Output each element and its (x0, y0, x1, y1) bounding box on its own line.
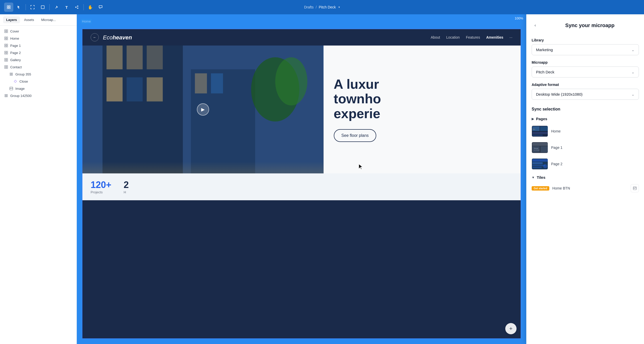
svg-point-37 (10, 87, 11, 88)
svg-rect-19 (6, 46, 8, 47)
nav-about[interactable]: About (431, 35, 440, 39)
breadcrumb-current[interactable]: Pitch Deck (319, 5, 336, 9)
breadcrumb-chevron[interactable]: ▾ (338, 5, 340, 9)
panel-body: ‹ Sync your microapp Library Marketing ⌄… (527, 16, 644, 344)
adaptive-format-dropdown[interactable]: Desktop Wide (1920x1080) ⌄ (532, 89, 639, 100)
nav-more[interactable]: ··· (509, 35, 512, 39)
site-logo: Ecoheaven (103, 34, 132, 41)
layer-page1[interactable]: Page 1 (0, 42, 77, 49)
library-value-text: Marketing (536, 48, 553, 52)
layer-gallery-label: Gallery (10, 58, 21, 62)
svg-rect-52 (211, 73, 223, 93)
pages-collapsible-header[interactable]: ▶ Pages (532, 115, 639, 123)
canvas-frame-label: Home (81, 19, 92, 24)
svg-rect-66 (540, 126, 548, 131)
layer-contact[interactable]: Contact (0, 63, 77, 71)
library-dropdown[interactable]: Marketing ⌄ (532, 44, 639, 55)
layer-group142500[interactable]: Group 142500 (0, 92, 77, 99)
svg-rect-40 (5, 96, 6, 97)
shape-tool-btn[interactable] (38, 3, 47, 12)
layer-close-label: Close (19, 80, 28, 83)
pen-tool-btn[interactable] (52, 3, 61, 12)
tab-layers[interactable]: Layers (3, 16, 20, 23)
layer-gallery[interactable]: Gallery (0, 56, 77, 63)
move-tool-btn[interactable] (14, 3, 24, 12)
svg-rect-13 (6, 37, 8, 38)
svg-rect-10 (5, 31, 6, 33)
layer-icon-cover (4, 29, 8, 33)
adaptive-format-label: Adaptive format (532, 83, 639, 87)
hero-title: A luxur townho experie (334, 77, 510, 121)
stat-projects: 120+ Projects (91, 180, 111, 194)
microapp-dropdown-value[interactable]: Pitch Deck ⌄ (532, 66, 639, 77)
back-button[interactable]: ‹ (532, 22, 539, 29)
toolbar-divider-2 (49, 4, 50, 10)
nav-location[interactable]: Location (446, 35, 460, 39)
tab-assets[interactable]: Assets (21, 16, 37, 23)
svg-rect-73 (541, 146, 548, 152)
tile-home-btn[interactable]: Get started Home BTN (532, 182, 639, 195)
page-thumb-page2 (532, 158, 548, 170)
hero-content: A luxur townho experie See floor plans (324, 46, 521, 173)
page-item-page2[interactable]: Page 2 (532, 156, 639, 172)
layer-home[interactable]: Home (0, 35, 77, 42)
hero-title-line2: townho (334, 92, 510, 106)
nav-features[interactable]: Features (466, 35, 480, 39)
tab-microapp[interactable]: Microap... (38, 16, 59, 23)
layer-page2[interactable]: Page 2 (0, 49, 77, 56)
library-dropdown-value[interactable]: Marketing ⌄ (532, 44, 639, 55)
layer-icon-gallery (4, 58, 8, 62)
play-button[interactable]: ▶ (197, 103, 209, 116)
tiles-collapsible-header[interactable]: ▼ Tiles (532, 173, 639, 182)
microapp-dropdown[interactable]: Pitch Deck ⌄ (532, 66, 639, 77)
svg-rect-31 (6, 67, 8, 69)
layer-page1-label: Page 1 (10, 44, 21, 48)
page-item-page1[interactable]: Elevate your lifestyle Page 1 (532, 139, 639, 156)
layer-icon-image (9, 86, 13, 91)
stat-projects-number: 120+ (91, 180, 111, 190)
svg-rect-67 (532, 132, 548, 134)
layer-group355[interactable]: Group 355 (0, 71, 77, 78)
layer-icon-group355 (9, 72, 13, 76)
panel-title: Sync your microapp (541, 23, 639, 28)
layer-icon-group142500 (4, 94, 8, 98)
comment-tool-btn[interactable] (96, 3, 105, 12)
add-button[interactable]: + (505, 323, 517, 334)
select-tool-btn[interactable] (4, 3, 13, 12)
hero-cta-label: See floor plans (341, 133, 369, 138)
nav-amenities[interactable]: Amenities (486, 35, 503, 39)
toolbar-tools-left: T ✋ (4, 3, 105, 12)
nav-back-btn[interactable]: ← (91, 33, 99, 41)
layer-cover[interactable]: Cover (0, 28, 77, 35)
svg-rect-7 (77, 8, 78, 9)
breadcrumb-drafts[interactable]: Drafts (304, 5, 314, 9)
hero-cta-button[interactable]: See floor plans (334, 129, 377, 142)
hand-tool-btn[interactable]: ✋ (86, 3, 95, 12)
layer-contact-label: Contact (10, 65, 22, 69)
svg-rect-5 (75, 7, 77, 8)
canvas-label-text: Home (82, 19, 91, 23)
page-thumb-page1: Elevate your lifestyle (532, 142, 548, 153)
stat-2-number: 2 (124, 180, 129, 190)
breadcrumb-separator: / (316, 5, 317, 9)
canvas-area[interactable]: Home 100% ← Ecoheaven About Location Fea… (77, 14, 526, 344)
layer-icon-close (13, 79, 17, 83)
hero-title-line3: experie (334, 106, 510, 121)
hero-section: ▶ A luxur townho experie See floor plans (82, 46, 521, 173)
tile-image-icon-btn[interactable] (631, 184, 639, 192)
layer-image[interactable]: Image (0, 85, 77, 92)
svg-point-54 (275, 57, 307, 105)
svg-rect-41 (6, 96, 7, 97)
layer-close[interactable]: Close (0, 78, 77, 85)
svg-rect-14 (5, 39, 6, 40)
page-item-home[interactable]: Eco Home (532, 123, 639, 139)
svg-rect-49 (147, 77, 163, 101)
svg-rect-77 (532, 159, 548, 162)
component-tool-btn[interactable] (72, 3, 81, 12)
text-tool-btn[interactable]: T (62, 3, 71, 12)
frame-tool-btn[interactable] (28, 3, 37, 12)
tile-home-btn-name: Home BTN (552, 186, 628, 190)
adaptive-format-dropdown-value[interactable]: Desktop Wide (1920x1080) ⌄ (532, 89, 639, 100)
svg-rect-47 (106, 77, 123, 101)
tiles-section: ▼ Tiles Get started Home BTN (532, 173, 639, 195)
